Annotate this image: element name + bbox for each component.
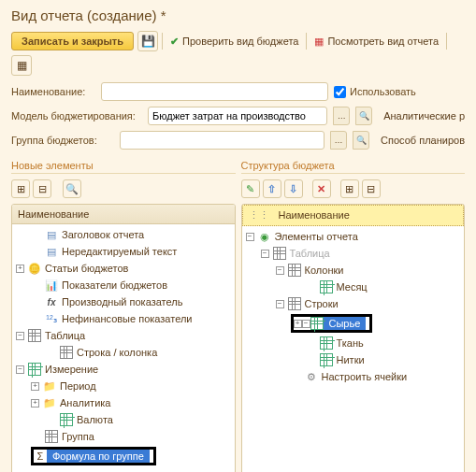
edit-icon[interactable]: ✎ [241, 179, 260, 198]
tree-item-group[interactable]: Группа [12, 428, 235, 445]
move-up-icon[interactable]: ⇧ [263, 179, 281, 198]
folder-icon: 📁 [43, 396, 56, 409]
dimension-icon [28, 363, 41, 376]
highlight-raw: + − Сырье [291, 314, 373, 333]
root-icon: ◉ [258, 230, 271, 243]
tree-item-currency[interactable]: Валюта [12, 411, 235, 428]
item-icon [310, 317, 324, 330]
name-input[interactable] [101, 82, 328, 101]
collapse-icon[interactable]: − [276, 266, 284, 275]
tree-item-columns[interactable]: −Колонки [242, 262, 465, 279]
cell-icon [60, 346, 73, 359]
chart-icon: 📊 [45, 279, 58, 292]
period-icon [320, 280, 333, 293]
separator [446, 33, 447, 50]
tree-item-rows[interactable]: −Строки [242, 295, 465, 312]
tree-item-nonfinancial[interactable]: ¹²₃Нефинансовые показатели [12, 310, 235, 327]
highlight-formula: Σ Формула по группе [31, 447, 156, 465]
view-report-button[interactable]: ▦Посмотреть вид отчета [310, 34, 442, 50]
tree-item-formula-group[interactable]: Σ Формула по группе [12, 445, 235, 467]
model-input[interactable] [148, 107, 327, 125]
separator [306, 33, 307, 50]
tree-item-rtable[interactable]: −Таблица [242, 245, 465, 262]
group-icon [45, 430, 58, 443]
tree-item-budget-indicators[interactable]: 📊Показатели бюджетов [12, 277, 235, 293]
tree-item-period[interactable]: +📁Период [12, 378, 235, 394]
tree-item-raw[interactable]: + − Сырье [242, 312, 465, 335]
columns-icon [288, 264, 301, 277]
expand-icon[interactable]: + [16, 265, 24, 273]
group-input[interactable] [120, 131, 325, 150]
collapse-icon[interactable]: − [276, 300, 284, 308]
fx-icon: fx [45, 295, 58, 308]
main-toolbar: Записать и закрыть 💾 ✔Проверить вид бюдж… [0, 27, 476, 79]
collapse-icon[interactable]: − [246, 233, 254, 241]
model-search-button[interactable]: 🔍 [355, 107, 372, 125]
folder-icon: 📁 [43, 379, 56, 393]
new-elements-section: Новые элементы [11, 152, 236, 174]
item-icon [320, 353, 333, 366]
collapse-icon[interactable]: − [16, 332, 24, 340]
save-close-button[interactable]: Записать и закрыть [11, 32, 134, 50]
tree-item-month[interactable]: Месяц [242, 279, 465, 295]
tree-item-row-col[interactable]: Строка / колонка [12, 344, 235, 361]
tree-item-dimension[interactable]: −Измерение [12, 361, 235, 378]
collapse-icon[interactable]: − [16, 365, 24, 374]
tree-item-analytics[interactable]: +📁Аналитика [12, 394, 235, 411]
doc-icon: ▤ [45, 228, 58, 241]
save-icon[interactable]: 💾 [137, 31, 158, 51]
counter-icon: ¹²₃ [45, 312, 58, 325]
group-select-button[interactable]: … [330, 131, 347, 150]
row-handle-icon: ⋮⋮ [249, 209, 269, 222]
analytic-label: Аналитические р [383, 110, 465, 122]
currency-icon [60, 413, 73, 426]
right-tree: ⋮⋮Наименование −◉Элементы отчета −Таблиц… [241, 204, 466, 472]
tree-item-fabric[interactable]: Ткань [242, 335, 465, 351]
use-checkbox[interactable]: Использовать [334, 86, 465, 98]
expand-icon[interactable]: + [294, 320, 302, 328]
collapse-all-icon[interactable]: ⊟ [33, 179, 51, 198]
model-select-button[interactable]: … [333, 107, 350, 125]
tree-item-budget-articles[interactable]: +🪙Статьи бюджетов [12, 260, 235, 277]
search-icon[interactable]: 🔍 [63, 179, 81, 198]
tree-item-report-elements[interactable]: −◉Элементы отчета [242, 228, 465, 245]
collapse-icon[interactable]: − [261, 250, 269, 258]
tree-item-derived[interactable]: fxПроизводный показатель [12, 293, 235, 310]
tree-item-text[interactable]: ▤Нередактируемый текст [12, 243, 235, 260]
check-budget-button[interactable]: ✔Проверить вид бюджета [166, 34, 302, 50]
window-title: Вид отчета (создание) * [0, 0, 476, 27]
tree-item-header[interactable]: ▤Заголовок отчета [12, 226, 235, 243]
separator [162, 33, 163, 50]
report-icon: ▦ [314, 36, 324, 48]
item-icon [320, 336, 333, 350]
left-tree-header: Наименование [12, 205, 235, 224]
structure-section: Структура бюджета [241, 152, 466, 174]
tree-collapse-icon[interactable]: ⊟ [362, 179, 381, 198]
tree-item-thread[interactable]: Нитки [242, 351, 465, 368]
model-label: Модель бюджетирования: [11, 110, 142, 122]
tree-expand-icon[interactable]: ⊞ [340, 179, 359, 198]
collapse-icon[interactable]: − [302, 320, 310, 328]
right-tree-header[interactable]: ⋮⋮Наименование [242, 205, 465, 226]
coins-icon: 🪙 [28, 262, 41, 275]
extra-icon[interactable]: ▦ [11, 55, 32, 76]
gear-icon: ⚙ [305, 370, 318, 383]
formula-icon: Σ [34, 450, 47, 463]
check-icon: ✔ [170, 36, 179, 48]
left-toolbar: ⊞ ⊟ 🔍 [11, 178, 236, 204]
doc-icon: ▤ [45, 245, 58, 258]
plan-label: Способ планиров [381, 135, 465, 146]
left-tree: Наименование ▤Заголовок отчета ▤Нередакт… [11, 204, 236, 472]
delete-icon[interactable]: ✕ [312, 179, 331, 198]
rows-icon [288, 297, 301, 310]
table-icon [273, 247, 286, 260]
expand-icon[interactable]: + [31, 399, 39, 408]
expand-all-icon[interactable]: ⊞ [11, 179, 30, 198]
right-toolbar: ✎ ⇧ ⇩ ✕ ⊞ ⊟ [241, 178, 466, 204]
group-label: Группа бюджетов: [11, 135, 114, 146]
tree-item-table[interactable]: −Таблица [12, 327, 235, 344]
expand-icon[interactable]: + [31, 382, 39, 391]
group-search-button[interactable]: 🔍 [353, 131, 369, 150]
tree-item-cells[interactable]: ⚙Настроить ячейки [242, 368, 465, 385]
move-down-icon[interactable]: ⇩ [284, 179, 303, 198]
